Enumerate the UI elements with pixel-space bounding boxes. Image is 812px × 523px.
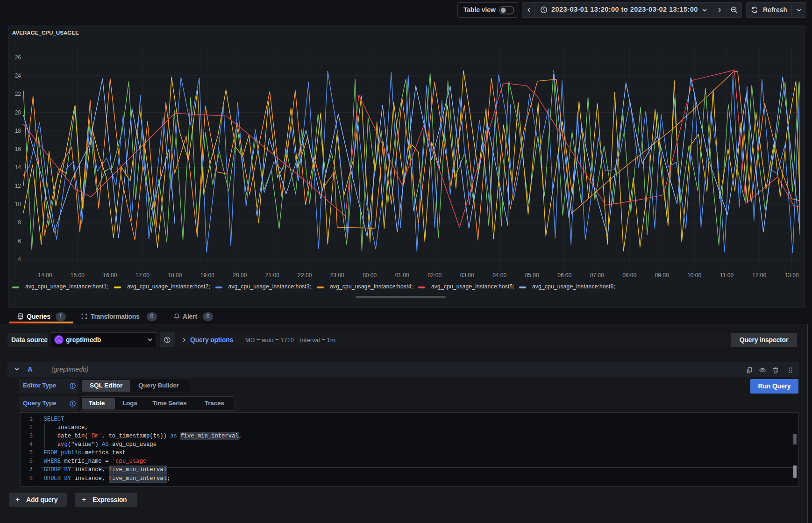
svg-text:03:00: 03:00 [460, 272, 474, 279]
svg-text:15:00: 15:00 [71, 272, 85, 279]
svg-text:18: 18 [15, 128, 21, 134]
svg-text:12: 12 [15, 183, 21, 189]
svg-text:20: 20 [15, 109, 21, 116]
svg-text:16:00: 16:00 [103, 272, 117, 279]
svg-text:6: 6 [18, 238, 21, 244]
svg-text:04:00: 04:00 [492, 272, 506, 279]
svg-text:24: 24 [15, 72, 21, 79]
svg-text:23:00: 23:00 [330, 272, 344, 279]
svg-text:4: 4 [18, 256, 21, 263]
svg-text:17:00: 17:00 [135, 272, 150, 279]
svg-text:26: 26 [15, 54, 21, 61]
svg-text:09:00: 09:00 [655, 272, 669, 279]
svg-text:22:00: 22:00 [298, 272, 312, 279]
svg-text:01:00: 01:00 [395, 272, 409, 279]
svg-text:11:00: 11:00 [720, 272, 734, 279]
svg-text:10: 10 [15, 201, 21, 208]
svg-text:13:00: 13:00 [785, 272, 799, 279]
svg-text:22: 22 [15, 91, 21, 97]
svg-text:07:00: 07:00 [590, 272, 604, 279]
svg-text:8: 8 [18, 219, 21, 226]
svg-text:21:00: 21:00 [265, 272, 279, 279]
svg-text:08:00: 08:00 [622, 272, 636, 279]
svg-text:02:00: 02:00 [427, 272, 442, 279]
svg-text:16: 16 [15, 146, 21, 152]
svg-text:14:00: 14:00 [38, 272, 52, 279]
svg-text:20:00: 20:00 [233, 272, 247, 279]
svg-text:10:00: 10:00 [687, 272, 701, 279]
svg-text:06:00: 06:00 [557, 272, 571, 279]
svg-text:05:00: 05:00 [525, 272, 539, 279]
svg-text:18:00: 18:00 [168, 272, 182, 279]
svg-text:19:00: 19:00 [200, 272, 214, 279]
svg-text:14: 14 [15, 164, 21, 171]
svg-text:12:00: 12:00 [752, 272, 766, 279]
svg-text:00:00: 00:00 [363, 272, 377, 279]
